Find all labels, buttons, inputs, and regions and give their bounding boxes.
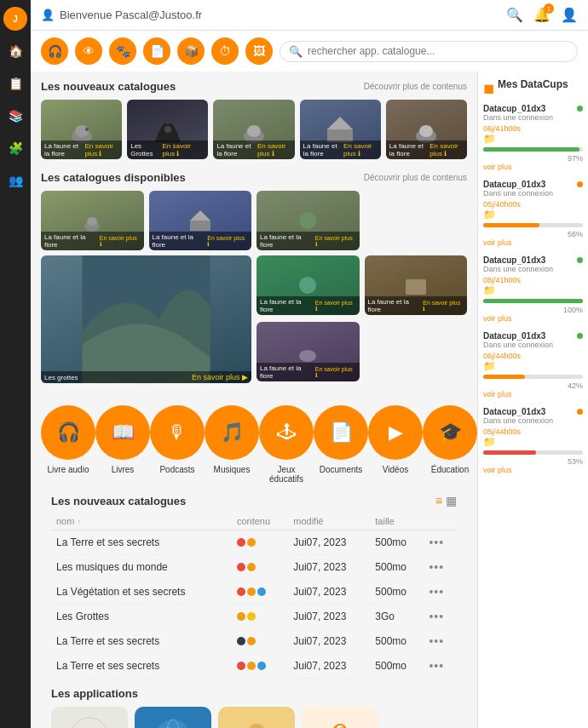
datacup-item: Datacup_01dx3 Dans une connexion 08j/41h…: [483, 255, 583, 323]
voir-plus-btn[interactable]: voir plus: [483, 466, 583, 474]
list-header: Les nouveaux catalogues ≡ ▦: [51, 494, 457, 507]
card-sub-5: En savoir plus ℹ: [429, 142, 464, 158]
cat-book-btn[interactable]: 👁: [75, 37, 102, 65]
svg-point-3: [164, 126, 171, 133]
voir-plus-btn[interactable]: voir plus: [483, 163, 583, 171]
search-input[interactable]: [308, 45, 568, 57]
voir-plus-btn[interactable]: voir plus: [483, 314, 583, 323]
app-kolibri[interactable]: 🍎 Kolibri ●: [302, 707, 378, 728]
circle-item-jeux[interactable]: 🕹 Jeuxéducatifs: [259, 405, 314, 484]
cat-circle-btn[interactable]: ⏱: [211, 37, 239, 65]
apps-title: Les applications: [51, 687, 138, 700]
circle-item-videos[interactable]: ▶ Vidéos: [368, 405, 423, 484]
cat-box-btn[interactable]: 📦: [177, 37, 205, 65]
row-contenu: [232, 530, 288, 555]
table-row: La Végétation et ses secrets Jui07, 2023…: [51, 580, 457, 605]
grid-card-6[interactable]: La faune et la floreEn savoir plus ℹ: [257, 322, 360, 381]
voir-plus-btn[interactable]: voir plus: [483, 238, 583, 247]
card-label-2: Les Grottes: [130, 142, 162, 158]
table-row: Les musiques du monde Jui07, 2023 500mo …: [51, 555, 457, 580]
circle-jeux[interactable]: 🕹: [259, 405, 314, 460]
circle-documents[interactable]: 📄: [314, 405, 368, 460]
card-sub-2: En savoir plus ℹ: [162, 142, 205, 158]
row-more[interactable]: •••: [424, 580, 457, 605]
sidebar-home[interactable]: 🏠: [3, 39, 27, 63]
apps-grid: W iki Wikipédia ●: [51, 707, 457, 728]
nouveaux-link[interactable]: Découvrir plus de contenus: [364, 82, 467, 91]
circle-item-musiques[interactable]: 🎵 Musiques: [205, 405, 259, 484]
circle-livres[interactable]: 📖: [95, 405, 150, 460]
sidebar: J 🏠 📋 📚 🧩 👥: [0, 0, 31, 728]
circle-podcasts[interactable]: 🎙: [150, 405, 205, 460]
search-icon-inner: 🔍: [289, 45, 303, 58]
card-grotte-1[interactable]: Les Grottes En savoir plus ℹ: [127, 100, 208, 159]
app-wikipedia[interactable]: W iki Wikipédia ●: [51, 707, 128, 728]
app-omeka[interactable]: O Omeka5 ●: [218, 707, 295, 728]
row-taille: 500mo: [370, 555, 424, 580]
cat-paw-btn[interactable]: 🐾: [109, 37, 136, 65]
list-view-btn[interactable]: ≡: [435, 494, 442, 507]
circle-label-documents: Documents: [320, 465, 363, 474]
account-icon[interactable]: 👤: [561, 7, 578, 23]
circle-livre-audio[interactable]: 🎧: [41, 405, 95, 460]
svg-point-11: [87, 217, 97, 226]
circle-item-podcasts[interactable]: 🎙 Podcasts: [150, 405, 205, 484]
row-taille: 500mo: [370, 654, 424, 679]
list-controls: ≡ ▦: [435, 494, 457, 507]
grid-card-4[interactable]: La faune et la floreEn savoir plus ℹ: [257, 255, 360, 315]
col-actions: [424, 513, 457, 530]
row-more[interactable]: •••: [424, 555, 457, 580]
circle-education[interactable]: 🎓: [423, 405, 477, 460]
search-icon[interactable]: 🔍: [506, 7, 523, 23]
sidebar-list[interactable]: 📋: [3, 72, 27, 95]
circle-item-livre-audio[interactable]: 🎧 Livre audio: [41, 405, 95, 484]
card-label-1: La faune et la flore: [44, 142, 84, 158]
table-row: La Terre et ses secrets Jui07, 2023 500m…: [51, 530, 457, 555]
sidebar-puzzle[interactable]: 🧩: [3, 136, 27, 160]
svg-point-17: [299, 277, 316, 294]
grid-card-5[interactable]: La faune et la floreEn savoir plus ℹ: [365, 255, 468, 315]
col-contenu: contenu: [232, 513, 288, 530]
voir-plus-btn[interactable]: voir plus: [483, 390, 583, 398]
cat-img-btn[interactable]: 🖼: [245, 37, 273, 65]
row-nom: La Terre et ses secrets: [51, 530, 232, 555]
grid-card-3[interactable]: La faune et la floreEn savoir plus ℹ: [257, 191, 360, 250]
nouveaux-cards: La faune et la flore En savoir plus ℹ Le…: [41, 100, 467, 159]
row-more[interactable]: •••: [424, 654, 457, 679]
row-nom: La Végétation et ses secrets: [51, 580, 232, 605]
card-faune-3[interactable]: La faune et la flore En savoir plus ℹ: [300, 100, 381, 159]
row-nom: La Terre et ses secrets: [51, 654, 232, 679]
row-more[interactable]: •••: [424, 605, 457, 629]
cat-audio-btn[interactable]: 🎧: [41, 37, 68, 65]
card-faune-4[interactable]: La faune et la flore En savoir plus ℹ: [386, 100, 467, 159]
header-actions: 🔍 🔔 1 👤: [506, 7, 578, 23]
svg-point-9: [419, 125, 433, 137]
card-faune-1[interactable]: La faune et la flore En savoir plus ℹ: [41, 100, 122, 159]
grid-card-big[interactable]: Les grottes En savoir plus ▶: [41, 255, 251, 383]
grid-card-1[interactable]: La faune et la floreEn savoir plus ℹ: [41, 191, 144, 250]
notification-icon[interactable]: 🔔 1: [533, 7, 551, 23]
app-carte[interactable]: Carte du monde ●: [135, 707, 211, 728]
user-icon: 👤: [41, 9, 55, 21]
row-more[interactable]: •••: [424, 629, 457, 654]
card-faune-2[interactable]: La faune et la flore En savoir plus ℹ: [213, 100, 294, 159]
grid-view-btn[interactable]: ▦: [446, 494, 457, 507]
disponibles-link[interactable]: Découvrir plus de contenus: [364, 173, 467, 182]
app-wikipedia-inner: W iki: [51, 707, 128, 728]
row-taille: 500mo: [370, 530, 424, 555]
cat-doc-btn[interactable]: 📄: [143, 37, 170, 65]
circle-item-education[interactable]: 🎓 Éducation: [423, 405, 477, 484]
circle-item-livres[interactable]: 📖 Livres: [95, 405, 150, 484]
sort-nom[interactable]: ↑: [77, 518, 81, 526]
svg-point-1: [75, 125, 89, 137]
left-panel: Les nouveaux catalogues Découvrir plus d…: [31, 72, 477, 728]
search-bar[interactable]: 🔍: [280, 41, 578, 62]
row-more[interactable]: •••: [424, 530, 457, 555]
circle-item-documents[interactable]: 📄 Documents: [314, 405, 368, 484]
circle-videos[interactable]: ▶: [368, 405, 423, 460]
sidebar-users[interactable]: 👥: [3, 169, 27, 192]
header-user: 👤 Bienvenue Pascal@Justoo.fr: [41, 9, 202, 21]
grid-card-2[interactable]: La faune et la floreEn savoir plus ℹ: [149, 191, 252, 250]
sidebar-book[interactable]: 📚: [3, 104, 27, 128]
circle-musiques[interactable]: 🎵: [205, 405, 259, 460]
